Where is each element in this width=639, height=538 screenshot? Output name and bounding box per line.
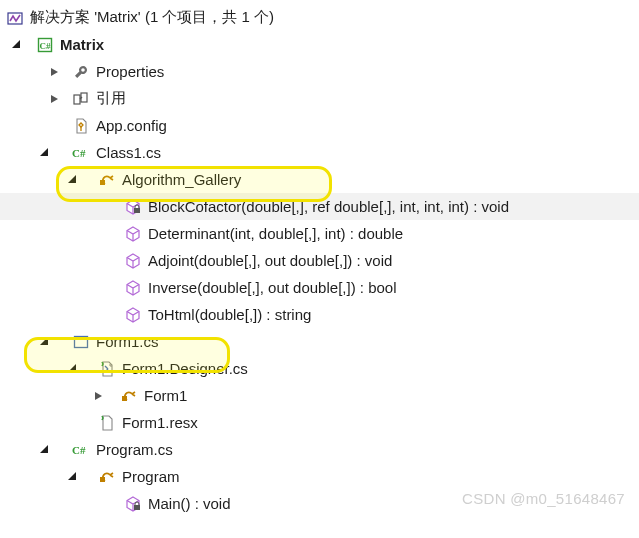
member-label: Determinant(int, double[,], int) : doubl… bbox=[144, 225, 403, 242]
expand-toggle[interactable] bbox=[44, 95, 66, 103]
wrench-icon bbox=[73, 64, 89, 80]
main-method-label: Main() : void bbox=[144, 495, 231, 512]
member-node[interactable]: ToHtml(double[,]) : string bbox=[0, 301, 639, 328]
program-class-label: Program bbox=[118, 468, 180, 485]
form1-class-node[interactable]: Form1 bbox=[0, 382, 639, 409]
form1-class-label: Form1 bbox=[140, 387, 187, 404]
program-class-node[interactable]: Program bbox=[0, 463, 639, 490]
expand-toggle[interactable] bbox=[32, 446, 54, 454]
member-label: Adjoint(double[,], out double[,]) : void bbox=[144, 252, 392, 269]
member-label: ToHtml(double[,]) : string bbox=[144, 306, 311, 323]
appconfig-label: App.config bbox=[92, 117, 167, 134]
solution-label: 解决方案 'Matrix' (1 个项目，共 1 个) bbox=[26, 8, 274, 27]
solution-node[interactable]: 解决方案 'Matrix' (1 个项目，共 1 个) bbox=[0, 4, 639, 31]
method-icon bbox=[125, 280, 141, 296]
class-icon bbox=[121, 388, 137, 404]
member-label: BlockCofactor(double[,], ref double[,], … bbox=[144, 198, 509, 215]
member-node[interactable]: BlockCofactor(double[,], ref double[,], … bbox=[0, 193, 639, 220]
references-icon bbox=[73, 91, 89, 107]
expand-toggle[interactable] bbox=[60, 365, 82, 373]
appconfig-node[interactable]: App.config bbox=[0, 112, 639, 139]
program-file-node[interactable]: Program.cs bbox=[0, 436, 639, 463]
references-label: 引用 bbox=[92, 89, 126, 108]
member-node[interactable]: Adjoint(double[,], out double[,]) : void bbox=[0, 247, 639, 274]
expand-toggle[interactable] bbox=[60, 473, 82, 481]
solution-icon bbox=[7, 10, 23, 26]
member-node[interactable]: Inverse(double[,], out double[,]) : bool bbox=[0, 274, 639, 301]
cs-icon bbox=[71, 145, 91, 161]
properties-node[interactable]: Properties bbox=[0, 58, 639, 85]
project-node[interactable]: Matrix bbox=[0, 31, 639, 58]
form1-designer-node[interactable]: Form1.Designer.cs bbox=[0, 355, 639, 382]
method-private-icon bbox=[125, 199, 141, 215]
project-label: Matrix bbox=[56, 36, 104, 53]
expand-toggle[interactable] bbox=[60, 176, 82, 184]
expand-toggle[interactable] bbox=[32, 149, 54, 157]
form1-file-label: Form1.cs bbox=[92, 333, 159, 350]
expand-toggle[interactable] bbox=[32, 338, 54, 346]
method-icon bbox=[125, 307, 141, 323]
watermark: CSDN @m0_51648467 bbox=[462, 490, 625, 507]
class1-file-node[interactable]: Class1.cs bbox=[0, 139, 639, 166]
properties-label: Properties bbox=[92, 63, 164, 80]
expand-toggle[interactable] bbox=[88, 392, 110, 400]
member-label: Inverse(double[,], out double[,]) : bool bbox=[144, 279, 397, 296]
method-private-icon bbox=[125, 496, 141, 512]
class-icon bbox=[99, 469, 115, 485]
class-icon bbox=[99, 172, 115, 188]
expand-toggle[interactable] bbox=[4, 41, 26, 49]
config-icon bbox=[73, 118, 89, 134]
member-node[interactable]: Determinant(int, double[,], int) : doubl… bbox=[0, 220, 639, 247]
csproj-icon bbox=[37, 37, 53, 53]
form1-file-node[interactable]: Form1.cs bbox=[0, 328, 639, 355]
csfile-icon bbox=[99, 361, 115, 377]
form1-resx-node[interactable]: Form1.resx bbox=[0, 409, 639, 436]
references-node[interactable]: 引用 bbox=[0, 85, 639, 112]
algorithm-gallery-class-node[interactable]: Algorithm_Gallery bbox=[0, 166, 639, 193]
file-icon bbox=[99, 415, 115, 431]
form1-designer-label: Form1.Designer.cs bbox=[118, 360, 248, 377]
class1-file-label: Class1.cs bbox=[92, 144, 161, 161]
cs-icon bbox=[71, 442, 91, 458]
class-label: Algorithm_Gallery bbox=[118, 171, 241, 188]
method-icon bbox=[125, 226, 141, 242]
expand-toggle[interactable] bbox=[44, 68, 66, 76]
program-file-label: Program.cs bbox=[92, 441, 173, 458]
method-icon bbox=[125, 253, 141, 269]
form1-resx-label: Form1.resx bbox=[118, 414, 198, 431]
form-icon bbox=[73, 334, 89, 350]
